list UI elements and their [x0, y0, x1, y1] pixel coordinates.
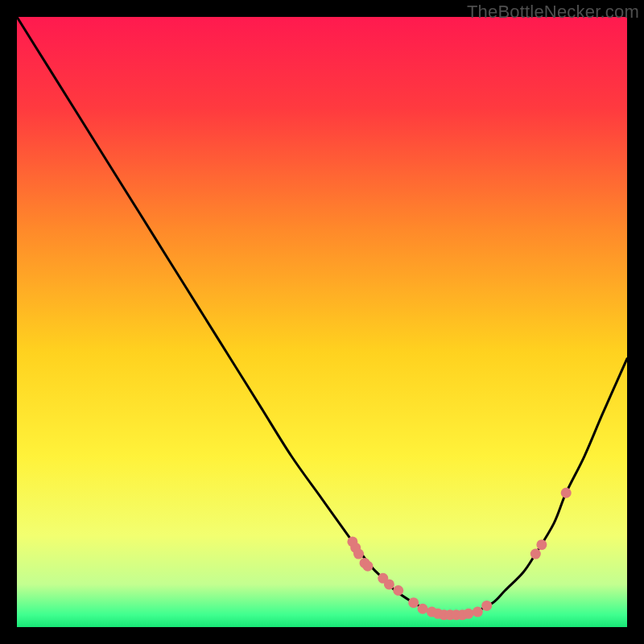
scatter-dot — [393, 585, 403, 596]
watermark-text: TheBottleNecker.com — [467, 2, 639, 23]
chart-svg — [17, 17, 627, 627]
scatter-dot — [418, 604, 428, 614]
scatter-dot — [463, 609, 473, 619]
scatter-dot — [473, 607, 483, 617]
scatter-dot — [561, 488, 572, 498]
chart-background — [17, 17, 627, 627]
scatter-dot — [408, 597, 419, 608]
chart-frame — [17, 17, 627, 627]
scatter-dot — [353, 549, 364, 559]
scatter-dot — [384, 579, 394, 589]
scatter-dot — [481, 601, 492, 611]
scatter-dot — [362, 561, 373, 572]
scatter-dot — [530, 549, 541, 559]
scatter-dot — [536, 539, 547, 550]
